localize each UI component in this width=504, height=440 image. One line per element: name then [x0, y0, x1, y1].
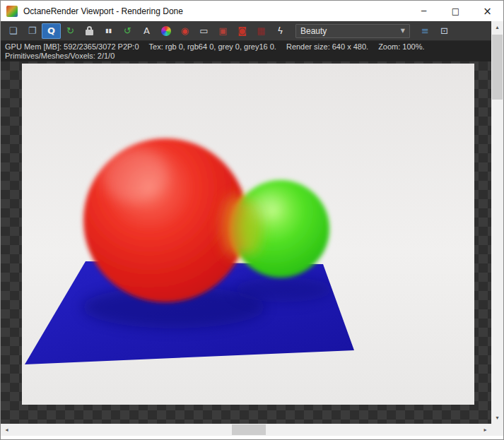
content-row: ❏❐Q↻▮▮↺A◉▭▣◙▦ϟ Beauty ▼ ≡⊡ GPU Mem [MB]:… [1, 21, 503, 424]
refresh-render-icon[interactable]: ↻ [61, 23, 80, 39]
gpu-boost-icon[interactable]: ϟ [271, 23, 290, 39]
color-wheel-icon[interactable] [156, 23, 175, 39]
hscroll-row: ◂ ▸ [1, 424, 503, 436]
pause-render-icon[interactable]: ▮▮ [99, 23, 118, 39]
window-title: OctaneRender Viewport - Rendering Done [23, 6, 183, 16]
render-image[interactable] [22, 64, 474, 405]
camera-lock-icon[interactable]: ▣ [213, 23, 233, 39]
close-button[interactable]: × [471, 1, 503, 21]
minimize-icon: ─ [421, 6, 426, 16]
film-camera-icon[interactable]: ▦ [252, 23, 271, 39]
toolbar-icons-right: ≡⊡ [416, 21, 454, 40]
toolbar-icons-left: ❏❐Q↻▮▮↺A◉▭▣◙▦ϟ [4, 21, 290, 40]
render-priority-icon[interactable]: ◉ [175, 23, 194, 39]
close-icon: × [483, 5, 492, 18]
chevron-down-icon: ▼ [401, 28, 405, 34]
arrow-up-icon: ▴ [496, 24, 498, 30]
viewport[interactable] [1, 61, 491, 424]
lock-resolution-icon[interactable] [80, 23, 99, 39]
render-mode-dropdown[interactable]: Beauty ▼ [295, 24, 410, 38]
titlebar: OctaneRender Viewport - Rendering Done ─… [1, 1, 503, 21]
maximize-button[interactable]: □ [440, 1, 471, 21]
monitor-icon[interactable]: ▭ [194, 23, 213, 39]
status-segment: Zoom: 100%. [378, 42, 424, 51]
scroll-right-button[interactable]: ▸ [479, 424, 491, 436]
status-segment: Tex: rgb 0, rgb64 0, grey 0, grey16 0. [149, 42, 276, 51]
render-mode-value: Beauty [300, 26, 327, 36]
toolbar: ❏❐Q↻▮▮↺A◉▭▣◙▦ϟ Beauty ▼ ≡⊡ [1, 21, 491, 41]
maximize-icon: □ [452, 6, 459, 16]
status-bar: GPU Mem [MB]: 592/2365/3072 P2P:0Tex: rg… [1, 41, 491, 61]
window-frame-bottom [1, 436, 503, 439]
copy-to-clipboard-icon[interactable]: ❐ [23, 23, 42, 39]
vertical-scrollbar[interactable]: ▴ ▾ [491, 21, 503, 424]
vertical-scroll-thumb[interactable] [492, 35, 503, 100]
window-controls: ─ □ × [408, 1, 503, 21]
scroll-left-button[interactable]: ◂ [1, 424, 13, 436]
restart-render-icon[interactable]: ↺ [118, 23, 137, 39]
scrollbar-corner [491, 424, 503, 436]
render-scene-svg [22, 64, 474, 405]
focus-picker-icon[interactable]: Q [42, 23, 61, 39]
scroll-down-button[interactable]: ▾ [491, 412, 503, 424]
status-line-1: GPU Mem [MB]: 592/2365/3072 P2P:0Tex: rg… [5, 42, 487, 52]
status-segment: Render size: 640 x 480. [286, 42, 368, 51]
vertical-scroll-track[interactable] [491, 33, 503, 412]
app-icon [6, 6, 18, 17]
green-sphere-highlight [252, 195, 283, 220]
horizontal-scroll-track[interactable] [13, 424, 479, 436]
main-column: ❏❐Q↻▮▮↺A◉▭▣◙▦ϟ Beauty ▼ ≡⊡ GPU Mem [MB]:… [1, 21, 491, 424]
text-overlay-icon[interactable]: A [137, 23, 156, 39]
save-image-icon[interactable]: ❏ [4, 23, 23, 39]
scroll-up-button[interactable]: ▴ [491, 21, 503, 33]
arrow-left-icon: ◂ [5, 427, 8, 433]
arrow-down-icon: ▾ [496, 415, 498, 421]
red-camera-icon[interactable]: ◙ [233, 23, 252, 39]
horizontal-scroll-thumb[interactable] [232, 424, 266, 435]
minimize-button[interactable]: ─ [408, 1, 440, 21]
arrow-right-icon: ▸ [484, 427, 486, 433]
red-sphere-highlight [101, 147, 169, 203]
status-primitives: Primitives/Meshes/Voxels: 2/1/0 [5, 52, 115, 60]
status-segment: GPU Mem [MB]: 592/2365/3072 P2P:0 [5, 42, 139, 51]
render-layers-icon[interactable]: ≡ [416, 23, 435, 39]
expand-viewport-icon[interactable]: ⊡ [435, 23, 454, 39]
horizontal-scrollbar[interactable]: ◂ ▸ [1, 424, 491, 436]
status-line-2: Primitives/Meshes/Voxels: 2/1/0 [5, 52, 487, 61]
octane-viewport-window: OctaneRender Viewport - Rendering Done ─… [0, 0, 504, 440]
